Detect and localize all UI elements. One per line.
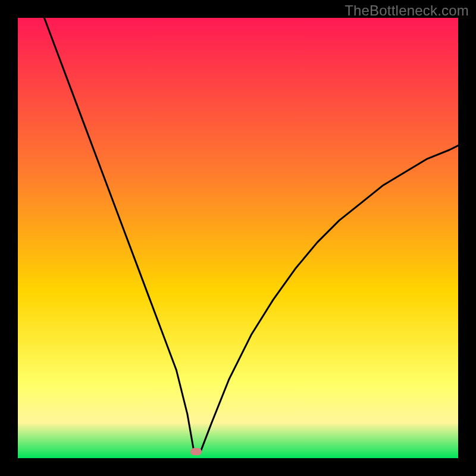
optimum-marker bbox=[190, 448, 202, 455]
watermark-label: TheBottleneck.com bbox=[345, 2, 469, 19]
bottleneck-plot bbox=[18, 18, 458, 458]
gradient-background bbox=[18, 18, 458, 458]
chart-frame: TheBottleneck.com bbox=[0, 0, 476, 476]
